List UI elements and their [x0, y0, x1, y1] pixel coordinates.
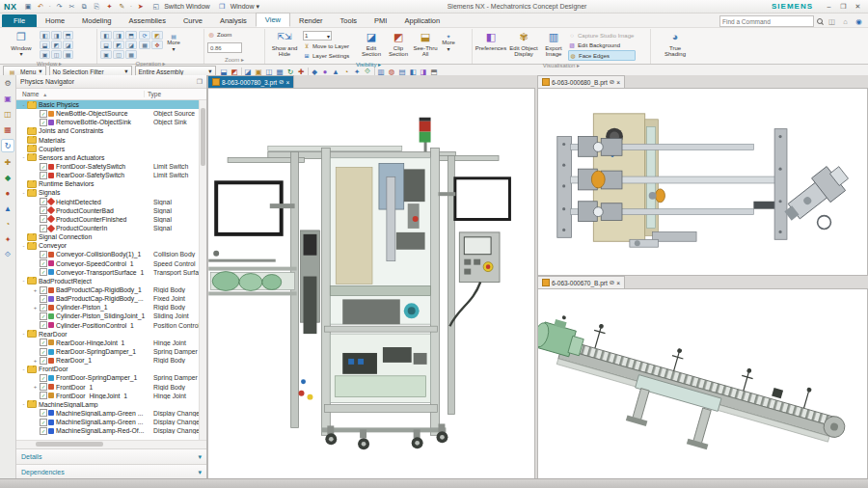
tree-row[interactable]: -Sensors and Actuators: [16, 153, 206, 162]
tree-row[interactable]: ✓Conveyor-SpeedControl_1Speed Control: [16, 259, 206, 268]
trimetric-icon[interactable]: ⬒: [125, 31, 137, 40]
viewport-tab-bottom-right[interactable]: 6-063-000670_B.prt ⊘ ×: [537, 276, 625, 288]
tree-row[interactable]: ✓ProductCounterBadSignal: [16, 206, 206, 215]
paste-icon[interactable]: ⎘: [92, 2, 102, 12]
help-icon[interactable]: ◉: [854, 16, 864, 27]
roles-icon[interactable]: ▣: [2, 93, 14, 104]
float-window-icon[interactable]: ◫: [51, 50, 62, 59]
tree-row[interactable]: ✓Conveyor-CollisionBody(1)_1Collision Bo…: [16, 250, 206, 258]
viewport-tab-top-right[interactable]: 6-063-000680_B.prt ⊘ ×: [537, 75, 625, 88]
fit-view-icon[interactable]: ◧: [100, 31, 112, 40]
tree-expander-icon[interactable]: +: [32, 358, 39, 364]
tree-row[interactable]: -Signals: [16, 188, 206, 197]
edit-section-button[interactable]: ◪ Edit Section: [359, 30, 384, 58]
fit-window-icon[interactable]: ▦: [139, 41, 150, 49]
search-icon[interactable]: [817, 18, 824, 25]
tree-checkbox[interactable]: ✓: [40, 419, 47, 426]
split-right-icon[interactable]: ◩: [51, 41, 62, 49]
tree-row[interactable]: ✓MachineSignalLamp-Green ...Display Chan…: [16, 418, 206, 426]
tree-expander-icon[interactable]: -: [20, 190, 27, 196]
ribbon-tab-modeling[interactable]: Modeling: [73, 14, 120, 27]
pan-icon[interactable]: ✥: [151, 41, 163, 49]
tree-checkbox[interactable]: ✓: [40, 119, 47, 126]
tree-checkbox[interactable]: ✓: [40, 427, 47, 435]
tree-row[interactable]: ✓RearDoor-HingeJoint_1Hinge Joint: [16, 339, 206, 347]
tree-checkbox[interactable]: ✓: [40, 321, 47, 329]
clip-section-button[interactable]: ◩ Clip Section: [386, 30, 411, 58]
tree-checkbox[interactable]: ✓: [40, 304, 47, 312]
tree-checkbox[interactable]: ✓: [40, 206, 47, 214]
ribbon-tab-application[interactable]: Application: [395, 14, 448, 27]
ribbon-tab-curve[interactable]: Curve: [175, 14, 211, 27]
export-image-button[interactable]: ▥ Export Image: [541, 30, 566, 58]
tree-row[interactable]: ✓RearDoor-SafetySwitchLimit Switch: [16, 171, 206, 179]
zoom-value-field[interactable]: 0.86: [207, 42, 242, 53]
tree-checkbox[interactable]: ✓: [40, 251, 47, 258]
zoom-button[interactable]: ◎ Zoom: [207, 30, 231, 39]
globe-icon[interactable]: ⟐: [2, 249, 14, 260]
tree-row[interactable]: ✓BadProductCap-RigidBody_...Fixed Joint: [16, 294, 206, 303]
tree-checkbox[interactable]: ✓: [40, 409, 47, 417]
copy-icon[interactable]: ⧉: [79, 2, 90, 12]
tree-checkbox[interactable]: ✓: [40, 348, 47, 356]
cascade-icon[interactable]: ◧: [40, 31, 50, 40]
tree-expander-icon[interactable]: -: [20, 243, 27, 249]
close-button[interactable]: ✕: [852, 2, 864, 12]
capture-studio-image-button[interactable]: ◌ Capture Studio Image: [568, 31, 636, 40]
tree-row[interactable]: ✓NewBottle-ObjectSourceObject Source: [16, 109, 206, 118]
tree-expander-icon[interactable]: -: [20, 331, 27, 337]
bottom-right-3d-canvas[interactable]: [537, 288, 868, 479]
top-right-3d-canvas[interactable]: [537, 88, 868, 276]
tree-row[interactable]: ✓Cylinder-PositionControl_1Position Cont…: [16, 321, 206, 330]
see-thru-all-button[interactable]: ⬓ See-Thru All: [413, 30, 438, 58]
tree-checkbox[interactable]: ✓: [40, 312, 47, 320]
tree-checkbox[interactable]: ✓: [40, 198, 47, 205]
tree-checkbox[interactable]: ✓: [40, 339, 47, 346]
split-bottom-icon[interactable]: ▣: [40, 50, 50, 59]
face-edges-button[interactable]: ◍ Face Edges: [568, 50, 636, 61]
clock-icon[interactable]: ✦: [2, 233, 14, 245]
column-header-type[interactable]: Type: [144, 91, 206, 97]
column-header-name[interactable]: Name ▲: [16, 91, 144, 97]
split-left-icon[interactable]: ⬓: [40, 41, 50, 49]
layer-settings-button[interactable]: ⊞ Layer Settings: [303, 51, 357, 60]
cut-icon[interactable]: ✂: [67, 2, 77, 12]
tree-row[interactable]: -Conveyor: [16, 241, 206, 250]
ribbon-tab-tools[interactable]: Tools: [332, 14, 366, 27]
dependencies-section-header[interactable]: Dependencies ▾: [16, 464, 206, 479]
perspective-icon[interactable]: ◪: [125, 41, 137, 49]
roles-icon[interactable]: ⌂: [840, 16, 851, 27]
pan-icon[interactable]: ⬓: [100, 41, 112, 49]
window-menu-button[interactable]: ❐ Window ▾: [216, 2, 259, 12]
tree-checkbox[interactable]: ✓: [40, 215, 47, 223]
tree-checkbox[interactable]: ✓: [40, 163, 47, 171]
tree-checkbox[interactable]: ✓: [40, 357, 47, 365]
tile-vertical-icon[interactable]: ⬒: [63, 31, 73, 40]
tree-checkbox[interactable]: ✓: [40, 286, 47, 294]
snapshot-icon[interactable]: ▦: [125, 50, 137, 59]
tree-row[interactable]: -FrontDoor: [16, 365, 206, 373]
tree-row[interactable]: +✓RearDoor_1Rigid Body: [16, 356, 206, 365]
tree-checkbox[interactable]: ✓: [40, 383, 47, 391]
tree-checkbox[interactable]: ✓: [40, 172, 47, 179]
tree-row[interactable]: -MachineSignalLamp: [16, 400, 206, 409]
minimize-button[interactable]: –: [823, 2, 835, 12]
ribbon-tab-render[interactable]: Render: [290, 14, 332, 27]
layer-value-dropdown[interactable]: 1▾: [303, 31, 332, 41]
tree-row[interactable]: ✓ProductCounterFinishedSignal: [16, 215, 206, 224]
tree-row[interactable]: Joints and Constraints: [16, 126, 206, 135]
restore-window-icon[interactable]: ▦: [63, 50, 73, 59]
details-section-header[interactable]: Details ▾: [16, 448, 206, 464]
tab-close-icon[interactable]: ×: [616, 79, 620, 86]
redo-icon[interactable]: ↷: [54, 2, 65, 12]
ribbon-tab-file[interactable]: File: [2, 14, 37, 27]
rotate-view-icon[interactable]: ◩: [113, 41, 124, 49]
repeat-command-icon[interactable]: ➤: [135, 2, 146, 12]
tab-pin-icon[interactable]: ⊘: [610, 78, 614, 86]
ribbon-tab-pmi[interactable]: PMI: [366, 14, 395, 27]
tile-horizontal-icon[interactable]: ◨: [51, 31, 62, 40]
physics-navigator-icon[interactable]: ↻: [1, 139, 14, 152]
render-style-icon[interactable]: ◩: [151, 31, 163, 40]
tree-checkbox[interactable]: ✓: [40, 295, 47, 303]
tree-checkbox[interactable]: ✓: [40, 110, 47, 118]
